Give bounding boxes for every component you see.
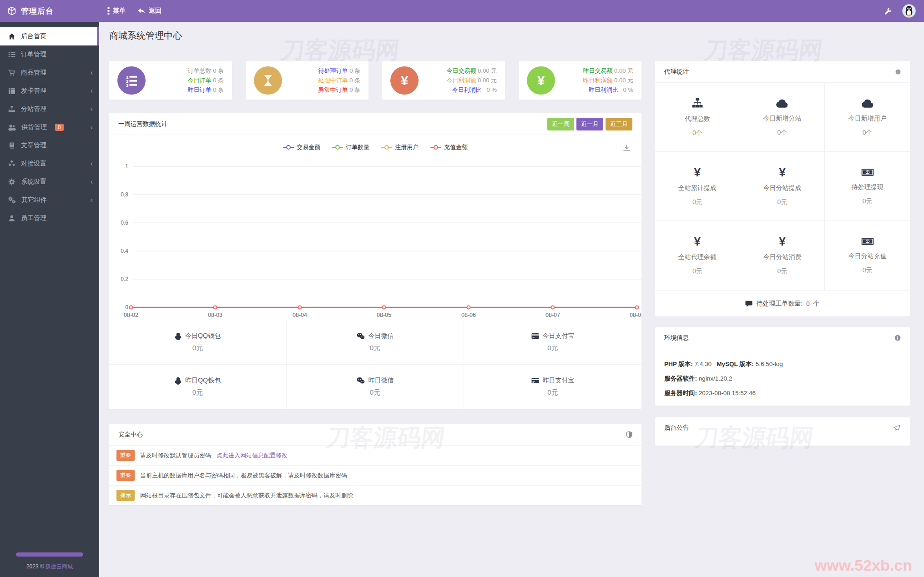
range-quarter-button[interactable]: 近三月 (606, 118, 632, 130)
cart-icon (8, 69, 15, 76)
range-month-button[interactable]: 近一月 (576, 118, 603, 130)
stat-cards-row: 123 订单总数 0 条 今日订单 0 条 昨日订单 0 条 待处理订单 0 条… (109, 61, 641, 100)
sidebar-item-staff[interactable]: 员工管理 (0, 209, 99, 227)
y-tick: 0.8 (121, 191, 128, 198)
sidebar-item-docking[interactable]: 对接设置 ‹ (0, 155, 99, 173)
tickets-value: 0 (806, 300, 810, 307)
chevron-left-icon: ‹ (91, 178, 93, 186)
sidebar-item-suppliers[interactable]: 供货管理 0 ‹ (0, 118, 99, 136)
sidebar-item-label: 商品管理 (21, 69, 46, 77)
agent-cell-today-recharge: 1 今日分站充值 0元 (825, 221, 910, 290)
tickets-label: 待处理工单数量: (756, 300, 803, 308)
mysql-version-label: MySQL 版本: (717, 361, 754, 367)
sidebar-item-label: 文章管理 (21, 141, 46, 150)
pay-cell-qq-yesterday: 昨日QQ钱包 0元 (109, 364, 287, 409)
sidebar-item-substations[interactable]: 分站管理 ‹ (0, 100, 99, 118)
pay-label-text: 今日QQ钱包 (185, 332, 221, 340)
y-tick: 1 (125, 163, 128, 170)
stat-label: 昨日订单 (188, 86, 212, 93)
chevron-left-icon: ‹ (91, 87, 93, 95)
app-title: 管理后台 (21, 6, 54, 16)
agent-cell-today-commission: ¥ 今日分站提成 0元 (740, 152, 825, 221)
copyright-year: 2023 © (26, 563, 45, 570)
legend-item-transactions[interactable]: 交易金额 (283, 143, 320, 151)
agent-cell-value: 0个 (863, 129, 873, 137)
stat-value: 0 (213, 86, 216, 93)
stat-value: 0 (213, 67, 216, 74)
sidebar-item-products[interactable]: 商品管理 ‹ (0, 64, 99, 82)
supplier-count-badge: 0 (55, 124, 64, 131)
stat-card-orders: 123 订单总数 0 条 今日订单 0 条 昨日订单 0 条 (109, 61, 232, 100)
y-tick: 0.2 (121, 276, 128, 282)
chevron-left-icon: ‹ (91, 123, 93, 131)
menu-toggle-button[interactable]: 菜单 (107, 7, 126, 15)
home-icon (8, 33, 15, 40)
sidebar-item-label: 员工管理 (21, 214, 46, 222)
svg-text:1: 1 (867, 240, 868, 244)
weekly-stats-card: 一周运营数据统计 近一周 近一月 近三月 交易金额 订单数量 注册用户 充值金额 (109, 113, 641, 409)
yen-icon: ¥ (390, 66, 419, 95)
legend-item-registrations[interactable]: 注册用户 (381, 143, 419, 151)
back-label: 返回 (149, 7, 162, 15)
php-version-value: 7.4.30 (695, 361, 712, 367)
back-button[interactable]: 返回 (137, 7, 162, 15)
server-software-label: 服务器软件: (664, 375, 697, 382)
sidebar-item-articles[interactable]: 文章管理 (0, 136, 99, 155)
legend-item-recharge[interactable]: 充值金额 (430, 143, 468, 151)
stat-value: 0 (349, 77, 353, 84)
environment-card: 环境信息 PHP 版本: 7.4.30 MySQL 版本: 5.6.50-log… (655, 327, 910, 406)
sidebar-item-label: 发卡管理 (21, 87, 46, 95)
legend-marker (332, 145, 343, 150)
pay-cell-qq-today: 今日QQ钱包 0元 (109, 320, 287, 364)
gear-icon (8, 178, 15, 186)
agent-cell-label: 今日分站充值 (848, 252, 887, 261)
agent-cell-value: 0个 (778, 129, 788, 137)
agent-cell-value: 0元 (863, 266, 873, 275)
sidebar-item-label: 分站管理 (21, 105, 46, 113)
sidebar-item-settings[interactable]: 系统设置 ‹ (0, 173, 99, 191)
stat-value: 0 (349, 67, 353, 74)
x-tick: 08-07 (545, 312, 560, 318)
legend-label: 订单数量 (346, 143, 369, 151)
agent-cell-label: 今日新增用户 (848, 115, 887, 123)
wrench-icon[interactable] (884, 7, 892, 15)
notice-title: 后台公告 (664, 424, 689, 432)
pay-value-text: 0元 (192, 388, 203, 397)
pay-value-text: 0元 (192, 344, 203, 352)
hourglass-icon (254, 66, 282, 95)
legend-marker (430, 145, 441, 150)
stat-label: 今日利润额 (446, 77, 476, 84)
stat-unit: 条 (218, 67, 224, 74)
user-avatar[interactable] (902, 4, 916, 18)
stat-unit: 条 (218, 77, 224, 84)
stat-value: 0 (349, 86, 353, 93)
chevron-left-icon: ‹ (91, 69, 93, 77)
info-icon (894, 335, 901, 341)
wechat-icon (357, 377, 365, 384)
sidebar-item-home[interactable]: 后台首页 (0, 27, 99, 45)
agent-stats-grid: 代理总数 0个 今日新增分站 0个 今日新增用户 0个 ¥ (655, 83, 910, 290)
range-week-button[interactable]: 近一周 (547, 118, 574, 130)
agent-cell-value: 0个 (692, 129, 702, 137)
user-icon (8, 215, 15, 222)
grid-icon (8, 87, 15, 95)
legend-item-orders[interactable]: 订单数量 (332, 143, 369, 151)
yen-icon: ¥ (694, 236, 701, 247)
pay-value-text: 0元 (370, 344, 380, 352)
agent-cell-label: 待处理提现 (852, 183, 884, 191)
users-icon (8, 124, 16, 131)
agent-stats-title: 代理统计 (664, 68, 689, 76)
sidebar-item-orders[interactable]: 订单管理 (0, 45, 99, 64)
page-title: 商城系统管理中心 (99, 22, 924, 49)
site-link[interactable]: 孤傲云商城 (45, 563, 73, 570)
sidebar-item-label: 其它组件 (21, 196, 47, 204)
sidebar-item-components[interactable]: 其它组件 ‹ (0, 191, 99, 209)
agent-cell-new-users: 今日新增用户 0个 (825, 83, 910, 152)
app-logo[interactable]: 管理后台 (0, 6, 99, 16)
y-tick: 0 (125, 304, 128, 311)
sidebar-item-cards[interactable]: 发卡管理 ‹ (0, 82, 99, 100)
ordered-list-icon: 123 (117, 66, 146, 95)
stat-unit: 元 (627, 67, 633, 74)
config-link[interactable]: 点此进入网站信息配置修改 (217, 452, 288, 460)
download-icon[interactable] (623, 144, 631, 152)
